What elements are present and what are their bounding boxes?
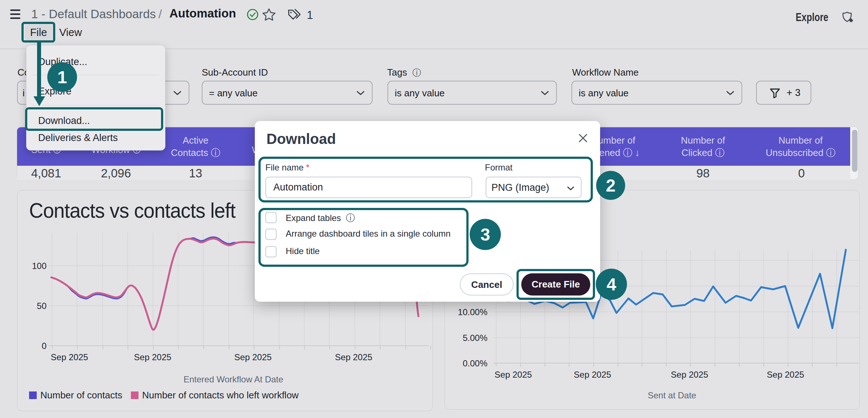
svg-text:Sep 2025: Sep 2025 (495, 370, 532, 379)
svg-text:1: 1 (307, 9, 313, 21)
svg-text:Sep 2025: Sep 2025 (134, 352, 172, 362)
svg-text:Sep 2025: Sep 2025 (671, 370, 708, 379)
svg-text:10.00%: 10.00% (458, 307, 487, 317)
svg-text:Sep 2025: Sep 2025 (574, 370, 611, 379)
svg-text:Sep 2025: Sep 2025 (335, 352, 373, 362)
svg-text:0.00%: 0.00% (463, 358, 487, 368)
svg-text:50: 50 (37, 301, 47, 311)
svg-text:Sep 2025: Sep 2025 (234, 352, 272, 362)
svg-text:100: 100 (32, 261, 47, 271)
svg-text:Sep 2025: Sep 2025 (51, 352, 88, 362)
svg-text:Sep 2025: Sep 2025 (767, 370, 804, 379)
svg-text:0: 0 (42, 341, 47, 351)
svg-text:5.00%: 5.00% (463, 333, 487, 343)
